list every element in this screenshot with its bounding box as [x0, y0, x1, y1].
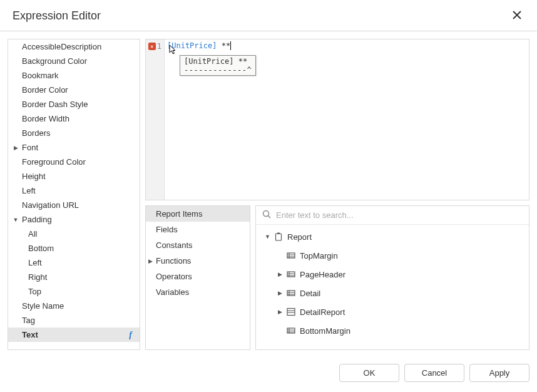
tree-item[interactable]: ▶DetailReport — [256, 302, 529, 321]
expand-toggle-icon[interactable]: ▶ — [277, 290, 282, 296]
category-item[interactable]: Constants — [146, 237, 250, 253]
property-label: Left — [19, 186, 136, 195]
items-panel: ▼ReportTopMargin▶PageHeader▶Detail▶Detai… — [255, 205, 529, 350]
expand-toggle-icon[interactable]: ▶ — [277, 309, 282, 315]
category-item[interactable]: Report Items — [146, 206, 250, 222]
tree-item[interactable]: ▼Report — [256, 227, 529, 246]
tree-item[interactable]: BottomMargin — [256, 321, 529, 340]
property-item[interactable]: ▶Font — [8, 140, 140, 155]
property-item[interactable]: All — [8, 227, 140, 241]
expand-toggle-icon[interactable]: ▼ — [265, 234, 270, 240]
property-label: AccessibleDescription — [19, 42, 136, 51]
close-button[interactable] — [509, 6, 524, 26]
property-item[interactable]: Left — [8, 183, 140, 198]
report-items-tree[interactable]: ▼ReportTopMargin▶PageHeader▶Detail▶Detai… — [256, 225, 529, 343]
svg-rect-2 — [276, 234, 282, 240]
svg-rect-3 — [277, 233, 280, 235]
dialog-buttons: OK Cancel Apply — [0, 358, 537, 392]
property-label: Right — [19, 272, 136, 282]
property-label: Padding — [19, 215, 136, 224]
clipboard-icon — [274, 232, 284, 242]
tree-item-label: PageHeader — [300, 270, 345, 279]
category-label: Operators — [156, 272, 192, 281]
property-label: Borders — [19, 128, 136, 138]
property-label: Style Name — [19, 301, 136, 311]
property-item[interactable]: ▼Padding — [8, 212, 140, 227]
tree-item[interactable]: ▶PageHeader — [256, 265, 529, 284]
search-row — [256, 206, 529, 225]
close-icon — [512, 10, 522, 20]
property-item[interactable]: Tag — [8, 313, 140, 328]
tree-item-label: BottomMargin — [300, 326, 350, 336]
property-item[interactable]: Height — [8, 169, 140, 183]
property-label: Top — [19, 287, 136, 296]
band-icon — [286, 288, 296, 298]
band-detail-icon — [286, 307, 296, 317]
property-item[interactable]: Border Color — [8, 83, 140, 97]
svg-rect-8 — [287, 272, 295, 277]
property-item[interactable]: Bookmark — [8, 68, 140, 83]
svg-rect-19 — [287, 328, 295, 333]
svg-rect-12 — [287, 291, 295, 296]
code-area[interactable]: [UnitPrice] ** [UnitPrice] ** ----------… — [165, 39, 529, 200]
property-item[interactable]: Style Name — [8, 299, 140, 313]
tree-item[interactable]: ▶Detail — [256, 284, 529, 302]
tree-item-label: TopMargin — [300, 251, 338, 260]
svg-point-0 — [263, 211, 269, 217]
property-item[interactable]: AccessibleDescription — [8, 39, 140, 54]
property-label: Left — [19, 258, 136, 267]
category-item[interactable]: Operators — [146, 269, 250, 284]
line-number: 1 — [157, 42, 161, 51]
band-icon — [286, 250, 296, 260]
band-icon — [286, 326, 296, 336]
fx-icon: f — [129, 330, 136, 340]
property-label: Font — [19, 143, 136, 152]
property-label: Border Width — [19, 114, 136, 123]
apply-button[interactable]: Apply — [469, 364, 529, 382]
cancel-button[interactable]: Cancel — [404, 364, 464, 382]
category-label: Fields — [156, 225, 178, 234]
tree-item-label: Report — [287, 232, 312, 242]
editor-gutter: ✕ 1 — [146, 39, 165, 200]
dialog-title: Expression Editor — [13, 9, 101, 23]
ok-button[interactable]: OK — [339, 364, 399, 382]
category-item[interactable]: ▶Functions — [146, 253, 250, 269]
expand-toggle-icon[interactable]: ▶ — [12, 145, 19, 151]
property-item[interactable]: Right — [8, 270, 140, 284]
category-label: Functions — [156, 256, 191, 266]
text-caret — [230, 41, 231, 50]
category-item[interactable]: Fields — [146, 222, 250, 237]
property-item[interactable]: Bottom — [8, 241, 140, 255]
property-label: Text — [19, 330, 129, 339]
expression-editor[interactable]: ✕ 1 [UnitPrice] ** [UnitPrice] ** ------… — [145, 39, 529, 200]
tree-item[interactable]: TopMargin — [256, 246, 529, 265]
svg-line-1 — [268, 216, 271, 219]
category-item[interactable]: Variables — [146, 284, 250, 300]
property-item[interactable]: Left — [8, 255, 140, 270]
property-label: Navigation URL — [19, 200, 136, 210]
search-input[interactable] — [276, 210, 523, 220]
property-item[interactable]: Borders — [8, 126, 140, 140]
expand-toggle-icon[interactable]: ▶ — [277, 271, 282, 277]
expand-toggle-icon[interactable]: ▶ — [148, 258, 156, 264]
property-label: Tag — [19, 316, 136, 325]
expand-toggle-icon[interactable]: ▼ — [12, 217, 19, 223]
properties-panel[interactable]: AccessibleDescriptionBackground ColorBoo… — [8, 39, 140, 350]
property-item[interactable]: Background Color — [8, 54, 140, 68]
property-label: Background Color — [19, 56, 136, 66]
property-item[interactable]: Navigation URL — [8, 198, 140, 212]
property-item[interactable]: Border Dash Style — [8, 97, 140, 111]
category-label: Constants — [156, 240, 193, 250]
property-item[interactable]: Foreground Color — [8, 155, 140, 169]
property-label: Height — [19, 172, 136, 181]
svg-rect-4 — [287, 253, 295, 258]
property-item[interactable]: Top — [8, 284, 140, 299]
categories-panel[interactable]: Report ItemsFieldsConstants▶FunctionsOpe… — [145, 205, 250, 350]
svg-rect-16 — [287, 309, 295, 316]
error-tooltip: [UnitPrice] ** -------------^ — [180, 55, 256, 76]
property-item[interactable]: Border Width — [8, 111, 140, 126]
property-item[interactable]: Textf — [8, 328, 140, 342]
category-label: Variables — [156, 287, 189, 297]
code-trailing: ** — [217, 41, 230, 50]
search-icon — [262, 210, 271, 220]
